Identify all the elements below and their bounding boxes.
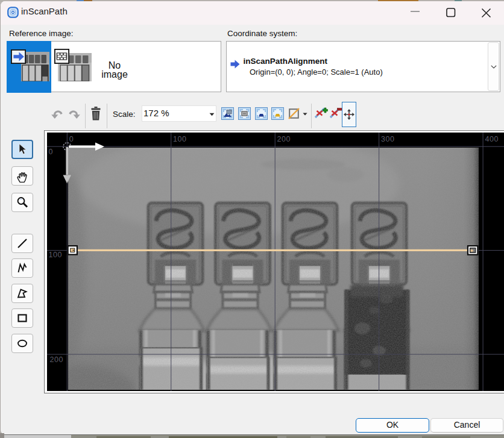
svg-text:100: 100 bbox=[173, 135, 187, 143]
svg-text:0: 0 bbox=[49, 148, 54, 156]
svg-text:0: 0 bbox=[69, 135, 74, 143]
svg-text:400: 400 bbox=[485, 135, 499, 143]
svg-text:200: 200 bbox=[50, 355, 64, 364]
svg-text:100: 100 bbox=[49, 251, 63, 259]
svg-text:300: 300 bbox=[381, 135, 395, 143]
svg-text:200: 200 bbox=[277, 135, 291, 143]
